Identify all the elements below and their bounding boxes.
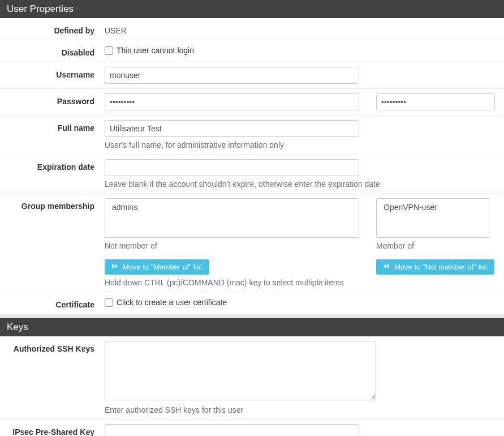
ipsec-field[interactable]: [105, 424, 359, 436]
row-group-membership: Group membership admins Not member of Op…: [0, 194, 504, 255]
panel-header-user-properties: User Properties: [0, 0, 504, 18]
label-group-membership: Group membership: [0, 198, 105, 211]
row-ssh-keys: Authorized SSH Keys Enter authorized SSH…: [0, 336, 504, 420]
ssh-keys-help: Enter authorized SSH keys for this user: [105, 405, 498, 414]
label-ipsec: IPsec Pre-Shared Key: [0, 424, 105, 436]
move-to-not-member-label: Move to "Not member of" list: [394, 263, 488, 271]
double-chevron-left-icon: [383, 263, 390, 271]
row-disabled: Disabled This user cannot login: [0, 40, 504, 62]
label-expiration: Expiration date: [0, 159, 105, 172]
label-username: Username: [0, 67, 105, 79]
fullname-help: User's full name, for administrative inf…: [105, 140, 498, 149]
panel-body-user-properties: Defined by USER Disabled This user canno…: [0, 18, 504, 314]
checkbox-disabled-label[interactable]: This user cannot login: [117, 46, 194, 55]
row-move-buttons: Move to "Member of" list Hold down CTRL …: [0, 255, 504, 292]
panel-gap: [0, 314, 504, 318]
expiration-field[interactable]: [105, 159, 359, 176]
not-member-label: Not member of: [105, 241, 359, 250]
value-defined-by: USER: [105, 23, 498, 35]
row-expiration: Expiration date Leave blank if the accou…: [0, 155, 504, 194]
label-certificate: Certificate: [0, 297, 105, 309]
row-defined-by: Defined by USER: [0, 18, 504, 40]
label-password: Password: [0, 93, 105, 106]
label-disabled: Disabled: [0, 45, 105, 57]
move-help: Hold down CTRL (pc)/COMMAND (mac) key to…: [105, 278, 359, 287]
fullname-field[interactable]: [105, 120, 359, 137]
username-field[interactable]: [105, 67, 359, 84]
not-member-select[interactable]: admins: [105, 198, 359, 238]
label-ssh-keys: Authorized SSH Keys: [0, 341, 105, 353]
label-defined-by: Defined by: [0, 23, 105, 35]
ssh-keys-field[interactable]: [105, 341, 376, 400]
label-fullname: Full name: [0, 120, 105, 132]
move-to-not-member-button[interactable]: Move to "Not member of" list: [376, 259, 494, 275]
row-password: Password: [0, 89, 504, 116]
move-to-member-label: Move to "Member of" list: [123, 263, 203, 271]
panel-header-keys: Keys: [0, 318, 504, 336]
move-to-member-button[interactable]: Move to "Member of" list: [105, 259, 209, 275]
row-username: Username: [0, 62, 504, 89]
row-fullname: Full name User's full name, for administ…: [0, 116, 504, 155]
panel-body-keys: Authorized SSH Keys Enter authorized SSH…: [0, 336, 504, 436]
label-move-empty: [0, 259, 105, 263]
password-field[interactable]: [105, 93, 359, 110]
row-certificate: Certificate Click to create a user certi…: [0, 292, 504, 314]
checkbox-certificate[interactable]: [105, 298, 113, 307]
password-confirm-field[interactable]: [376, 93, 495, 110]
row-ipsec: IPsec Pre-Shared Key: [0, 420, 504, 436]
select-option[interactable]: OpenVPN-user: [380, 201, 485, 213]
expiration-help: Leave blank if the account shouldn't exp…: [105, 179, 498, 189]
double-chevron-right-icon: [111, 263, 118, 271]
select-option[interactable]: admins: [109, 201, 355, 213]
member-label: Member of: [376, 241, 489, 250]
checkbox-disabled[interactable]: [105, 46, 113, 55]
checkbox-certificate-label[interactable]: Click to create a user certificate: [117, 298, 227, 307]
member-select[interactable]: OpenVPN-user: [376, 198, 489, 238]
